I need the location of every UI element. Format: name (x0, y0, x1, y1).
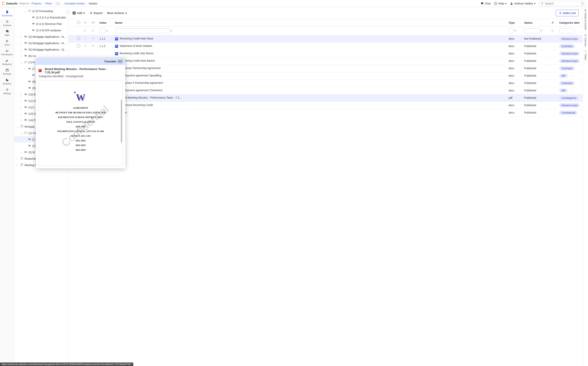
cell-name[interactable]: AIDoc (113, 109, 507, 116)
breadcrumb-ellipsis[interactable]: ... (56, 2, 60, 5)
chevron-down-icon[interactable]: ⌄ (17, 125, 19, 128)
cell-name[interactable]: Statement of Work Sedaris (113, 42, 507, 50)
chevron-down-icon[interactable]: ⌄ (24, 9, 27, 13)
envelope-icon[interactable] (92, 44, 94, 47)
chevron-down-icon[interactable]: ⌄ (21, 131, 23, 135)
table-row[interactable]: Everyman Partnership AgreementdocxPublis… (69, 65, 583, 72)
envelope-icon[interactable] (92, 37, 94, 40)
col-index[interactable]: Index (98, 19, 113, 26)
chevron-right-icon[interactable]: › (21, 42, 23, 45)
nav-archives[interactable]: Archives (0, 67, 14, 77)
more-actions-button[interactable]: More Actions ▾ (107, 11, 127, 15)
cell-name[interactable]: Board Meeting Minutes - Performance Team… (113, 94, 507, 101)
star-icon[interactable] (84, 21, 87, 24)
filter-icon[interactable]: ▽ (514, 29, 516, 32)
table-row[interactable]: Employment agreement SpauldingdocxPublis… (69, 72, 583, 79)
envelope-icon[interactable] (92, 21, 94, 24)
search-input[interactable] (545, 2, 581, 5)
chat-button[interactable]: Chat (481, 2, 491, 5)
breadcrumb-projects[interactable]: Projects (31, 2, 41, 5)
chevron-right-icon[interactable]: › (21, 48, 23, 51)
filter-type[interactable] (509, 28, 513, 33)
nav-permissions[interactable]: Permissions (0, 47, 14, 57)
tree-item[interactable]: ›(4) Mortgage Applications - N… (14, 40, 68, 46)
table-row[interactable]: 1.1.2Statement of Work SedarisdocxPublis… (69, 42, 583, 50)
nav-q&a[interactable]: Q&A (0, 28, 14, 38)
nav-documents[interactable]: Documents (0, 8, 14, 18)
col-categories[interactable]: Categories Iden (557, 19, 583, 26)
tree-item[interactable]: (2.4.3) ROI analyses (14, 27, 68, 33)
table-row[interactable]: Everyman fr Partnership AgreementdocxPub… (69, 79, 583, 87)
chevron-right-icon[interactable]: › (21, 151, 23, 154)
tree-item[interactable]: (2.4.2) Revenue Plan (14, 21, 68, 27)
rail-details-actions[interactable]: Details & Actions (584, 9, 587, 30)
filter-icon[interactable]: ▽ (551, 29, 554, 32)
chevron-right-icon[interactable]: › (21, 35, 23, 38)
preview-document[interactable]: ✦ W Confidential AGREEMENTBETWEEN THE BO… (39, 80, 123, 166)
filter-index[interactable] (100, 28, 105, 33)
search-box[interactable]: / (539, 1, 586, 6)
nav-users[interactable]: Users (0, 38, 14, 47)
filter-icon[interactable]: ▽ (84, 29, 86, 32)
nav-settings[interactable]: Settings (0, 86, 14, 96)
cell-name[interactable]: Employment agreement Chesterton (113, 87, 507, 94)
chevron-right-icon[interactable]: › (21, 106, 23, 109)
chevron-right-icon[interactable]: › (21, 112, 23, 115)
index-list-button[interactable]: Index List (556, 10, 579, 16)
table-row[interactable]: 1.1.1Revolving Credit Note StoutdocxNot … (69, 35, 583, 42)
tree-item[interactable]: (2.4.1) 5 yr financial plan (14, 14, 68, 21)
table-row[interactable]: Board Meeting Minutes - Performance Team… (69, 94, 583, 101)
nav-analytics[interactable]: Analytics (0, 77, 14, 86)
translate-button[interactable]: Translate (104, 60, 116, 63)
table-row[interactable]: Deerwood Revolving CreditdocxPublishedGe… (69, 101, 583, 109)
export-button[interactable]: Export (90, 11, 102, 15)
col-name[interactable]: Name (113, 19, 507, 26)
table-row[interactable]: AIDocdocxPublishedCommercial (69, 109, 583, 116)
col-type[interactable]: Type (507, 19, 522, 26)
chevron-right-icon[interactable]: › (17, 157, 19, 160)
filter-icon[interactable]: ▽ (106, 29, 108, 32)
filter-categories[interactable] (559, 28, 575, 33)
chevron-right-icon[interactable]: › (17, 164, 19, 167)
tree-item[interactable]: ›(3) Mortgage Applications - N… (14, 33, 68, 40)
chevron-down-icon[interactable]: ⌄ (21, 61, 23, 64)
cell-name[interactable]: Revolving credit note Munro (113, 50, 507, 57)
tree-item[interactable]: ›(5) Mortgage Applications - Q… (14, 46, 68, 53)
breadcrumb-pearl[interactable]: Pearl (45, 2, 52, 5)
chevron-right-icon[interactable]: › (24, 67, 27, 70)
filter-icon[interactable]: ▽ (92, 29, 94, 32)
star-icon[interactable] (84, 37, 87, 40)
cell-name[interactable]: Everyman fr Partnership Agreement (113, 79, 507, 87)
add-button[interactable]: + Add ▾ (72, 11, 85, 15)
nav-redaction[interactable]: Redaction (0, 57, 14, 67)
row-checkbox[interactable] (77, 37, 80, 40)
rail-filters[interactable]: Filters (584, 50, 587, 60)
table-row[interactable]: Employment agreement ChestertondocxPubli… (69, 87, 583, 94)
row-checkbox[interactable] (77, 44, 80, 47)
cell-name[interactable]: Employment agreement Spaulding (113, 72, 507, 79)
table-row[interactable]: Revolving Credit Note BartondocxPublishe… (69, 57, 583, 65)
cell-name[interactable]: Revolving Credit Note Stout (113, 35, 507, 42)
select-all-checkbox[interactable] (77, 21, 80, 24)
collapse-tree-button[interactable]: ‹ (66, 10, 70, 14)
chevron-right-icon[interactable]: › (21, 54, 23, 58)
help-button[interactable]: ? Help ▾ (494, 2, 506, 5)
tree-item[interactable]: ⌄(2.4) Forecasting (14, 8, 68, 14)
filter-icon[interactable]: ▽ (541, 29, 543, 32)
rail-columns[interactable]: Columns (584, 34, 587, 46)
cell-name[interactable]: Deerwood Revolving Credit (113, 101, 507, 109)
cell-name[interactable]: Everyman Partnership Agreement (113, 65, 507, 72)
edit-icon[interactable] (551, 21, 554, 24)
chevron-right-icon[interactable]: › (21, 93, 23, 96)
breadcrumb-canadian-assets[interactable]: Canadian Assets (64, 2, 85, 5)
col-status[interactable]: Status (522, 19, 549, 26)
brand-logo[interactable]: Datasite Diligence (2, 2, 30, 5)
cell-name[interactable]: Revolving Credit Note Barton (113, 57, 507, 65)
table-row[interactable]: Revolving credit note MunrodocxPublished… (69, 50, 583, 57)
user-menu[interactable]: Kathryn Hadley ▾ (510, 2, 535, 5)
filter-icon[interactable]: ▽ (170, 29, 172, 32)
chevron-right-icon[interactable]: › (21, 99, 23, 102)
nav-trackers[interactable]: Trackers (0, 18, 14, 28)
filter-name[interactable] (115, 28, 170, 33)
filter-status[interactable] (524, 28, 540, 33)
